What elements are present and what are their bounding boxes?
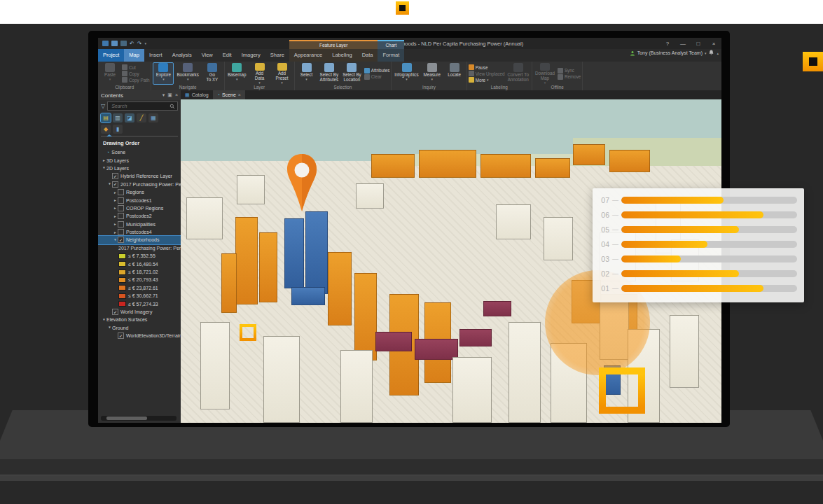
pane-close-icon[interactable]: × <box>175 92 178 98</box>
ribbon-tab-share[interactable]: Share <box>265 49 289 62</box>
list-by-data-source-icon[interactable]: ▥ <box>113 113 123 122</box>
bookmarks-button[interactable]: Bookmarks▾ <box>175 62 200 85</box>
notifications-bell-icon[interactable] <box>708 50 714 56</box>
paste-button[interactable]: Paste▾ <box>99 62 120 85</box>
layer-visibility-checkbox[interactable]: ✓ <box>112 181 118 188</box>
user-account-area[interactable]: Tony (Business Analyst Team) ▾ ▴ <box>630 50 719 56</box>
expand-arrow-right-icon[interactable]: ▸ <box>113 214 118 218</box>
tab-scene[interactable]: ◔ Scene × <box>213 90 245 99</box>
expand-arrow-right-icon[interactable]: ▸ <box>113 206 118 210</box>
layer-visibility-checkbox[interactable] <box>118 221 124 227</box>
layer-visibility-checkbox[interactable] <box>118 205 124 211</box>
pane-menu-caret-icon[interactable]: ▾ <box>162 92 165 98</box>
tab-close-icon[interactable]: × <box>238 92 241 97</box>
layer-tree-item-scene[interactable]: ◔Scene <box>98 148 181 156</box>
expand-arrow-down-icon[interactable]: ▸ <box>108 326 112 330</box>
layer-tree-item-world-imagery[interactable]: ✓World Imagery <box>98 308 181 316</box>
layer-visibility-checkbox[interactable]: ✓ <box>118 332 124 339</box>
convert-to-annotation-button[interactable]: Convert To Annotation <box>506 62 530 85</box>
undo-icon[interactable]: ↶ <box>130 41 134 47</box>
layer-tree-item-regions[interactable]: ▸Regions <box>98 188 181 196</box>
expand-arrow-right-icon[interactable]: ▸ <box>102 158 106 162</box>
search-input[interactable] <box>110 103 170 109</box>
list-by-editing-icon[interactable]: ╱ <box>137 113 146 122</box>
tab-catalog[interactable]: ▦ Catalog <box>181 90 213 99</box>
maximize-button[interactable]: □ <box>691 38 706 49</box>
ribbon-tab-view[interactable]: View <box>197 49 218 62</box>
basemap-button[interactable]: Basemap▾ <box>226 62 248 85</box>
open-project-icon[interactable] <box>102 41 109 46</box>
scrollbar-thumb[interactable] <box>106 416 147 420</box>
qat-customize-caret-icon[interactable]: ▾ <box>144 42 146 45</box>
attributes-button[interactable]: Attributes <box>364 68 390 74</box>
layer-visibility-checkbox[interactable] <box>118 197 124 204</box>
list-by-selection-icon[interactable]: ◪ <box>125 113 134 122</box>
layer-tree-item-corop-regions[interactable]: ▸COROP Regions <box>98 204 181 212</box>
layer-tree-item-hybrid-reference-layer[interactable]: ✓Hybrid Reference Layer <box>98 172 181 180</box>
pane-pin-icon[interactable]: ▣ <box>167 92 172 98</box>
layer-tree-item-municipalities[interactable]: ▸Municipalities <box>98 220 181 228</box>
add-data-button[interactable]: Add Data▾ <box>249 62 270 85</box>
go-to-xy-button[interactable]: Go To XY <box>202 62 223 85</box>
infographics-button[interactable]: Infographics▾ <box>393 62 420 85</box>
ribbon-tab-project[interactable]: Project <box>98 49 124 62</box>
more-button[interactable]: More▾ <box>469 77 505 83</box>
select-by-location-button[interactable]: Select By Location <box>341 62 363 85</box>
explore-button[interactable]: Explore▾ <box>153 62 174 85</box>
list-by-snapping-icon[interactable]: ▦ <box>148 113 158 122</box>
expand-arrow-down-icon[interactable]: ▸ <box>113 237 118 242</box>
expand-arrow-down-icon[interactable]: ▸ <box>108 182 112 187</box>
ribbon-collapse-caret-icon[interactable]: ▴ <box>717 52 719 55</box>
list-by-charts-icon[interactable]: ▮ <box>113 125 123 134</box>
ribbon-tab-appearance[interactable]: Appearance <box>289 49 327 62</box>
select-button[interactable]: Select▾ <box>296 62 317 85</box>
ribbon-tab-map[interactable]: Map <box>124 49 144 62</box>
layer-tree-item-2d-layers[interactable]: ▸2D Layers <box>98 164 181 172</box>
ribbon-tab-insert[interactable]: Insert <box>144 49 167 62</box>
add-preset-button[interactable]: Add Preset▾ <box>272 62 293 85</box>
expand-arrow-right-icon[interactable]: ▸ <box>113 198 118 202</box>
filter-funnel-icon[interactable]: ▽ <box>101 103 105 109</box>
layer-visibility-checkbox[interactable] <box>118 213 124 219</box>
search-box[interactable] <box>107 102 178 111</box>
layer-tree-item-postcodes1[interactable]: ▸Postcodes1 <box>98 196 181 204</box>
layer-visibility-checkbox[interactable] <box>118 189 124 195</box>
ribbon-tab-labeling[interactable]: Labeling <box>327 49 357 62</box>
measure-button[interactable]: Measure▾ <box>422 62 443 85</box>
help-button[interactable]: ? <box>660 38 675 49</box>
layer-tree-item-2017-purchasing-power-per-capita[interactable]: ▸✓2017 Purchasing Power: Per Capita <box>98 181 181 188</box>
ribbon-tab-imagery[interactable]: Imagery <box>237 49 265 62</box>
ribbon-tab-format[interactable]: Format <box>378 49 404 62</box>
sync-button[interactable]: Sync <box>558 68 581 74</box>
layer-visibility-checkbox[interactable]: ✓ <box>112 309 118 315</box>
layer-tree-item-3d-layers[interactable]: ▸3D Layers <box>98 156 181 164</box>
close-button[interactable]: × <box>706 38 721 49</box>
layer-visibility-checkbox[interactable]: ✓ <box>112 173 118 179</box>
view-unplaced-button[interactable]: View Unplaced <box>469 71 505 76</box>
ribbon-tab-analysis[interactable]: Analysis <box>167 49 197 62</box>
clear-button[interactable]: Clear <box>364 74 390 80</box>
layer-tree-item-worldelevation3d-terrain3d[interactable]: ✓WorldElevation3D/Terrain3D <box>98 332 181 340</box>
list-by-labeling-icon[interactable]: ◆ <box>101 125 111 134</box>
pause-button[interactable]: Pause <box>469 64 505 70</box>
ribbon-tab-data[interactable]: Data <box>357 49 378 62</box>
expand-arrow-down-icon[interactable]: ▸ <box>102 166 106 171</box>
select-by-attributes-button[interactable]: Select By Attributes <box>319 62 340 85</box>
layer-tree-item-postcodes2[interactable]: ▸Postcodes2 <box>98 212 181 220</box>
layer-tree-item-neighborhoods[interactable]: ▸✓Neighborhoods <box>98 236 181 244</box>
layer-visibility-checkbox[interactable]: ✓ <box>118 237 124 243</box>
save-project-icon[interactable] <box>111 41 118 46</box>
cut-button[interactable]: Cut <box>122 64 149 70</box>
minimize-button[interactable]: — <box>675 38 691 49</box>
user-menu-caret-icon[interactable]: ▾ <box>705 52 707 55</box>
list-by-drawing-order-icon[interactable]: ▤ <box>101 113 111 122</box>
layer-visibility-checkbox[interactable] <box>118 229 124 235</box>
layer-tree-item-postcodes4[interactable]: ▸Postcodes4 <box>98 228 181 236</box>
contents-horizontal-scrollbar[interactable] <box>101 416 177 421</box>
ribbon-tab-edit[interactable]: Edit <box>218 49 237 62</box>
download-map-button[interactable]: Download Map▾ <box>534 62 556 85</box>
copy-path-button[interactable]: Copy Path <box>122 77 149 83</box>
layer-tree-item-elevation-surfaces[interactable]: ▸Elevation Surfaces <box>98 316 181 323</box>
expand-arrow-right-icon[interactable]: ▸ <box>113 230 118 234</box>
layer-tree-item-ground[interactable]: ▸Ground <box>98 324 181 332</box>
